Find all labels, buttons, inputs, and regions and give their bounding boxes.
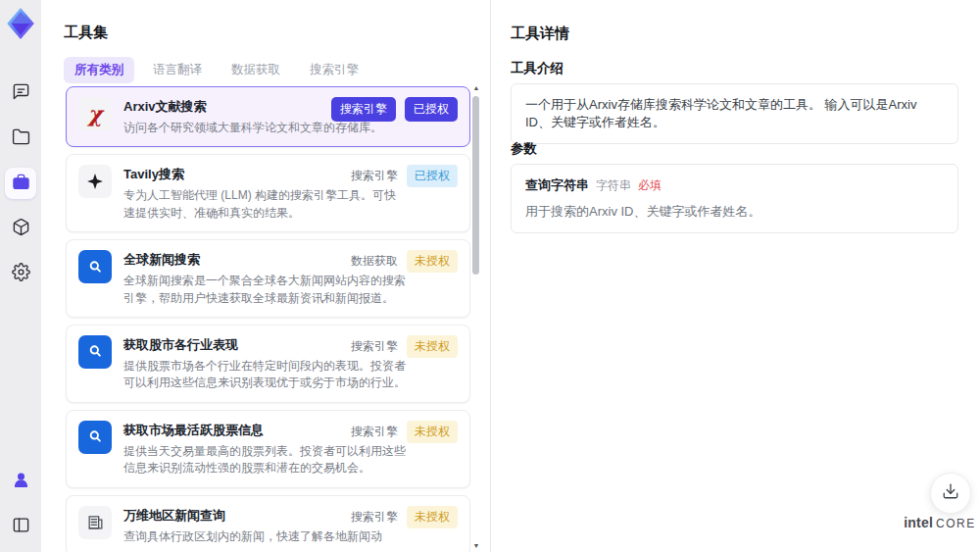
auth-status-badge: 未授权 bbox=[407, 250, 458, 273]
panel-toggle-icon bbox=[12, 516, 30, 538]
tool-list: χ Arxiv文献搜索 访问各个研究领域大量科学论文和文章的存储库。 搜索引擎 … bbox=[66, 86, 470, 552]
category-badge: 搜索引擎 bbox=[331, 97, 396, 122]
parameter-header: 查询字符串 字符串 必填 bbox=[525, 176, 944, 194]
tool-badges: 搜索引擎 未授权 bbox=[351, 421, 458, 443]
tab-search-engine[interactable]: 搜索引擎 bbox=[299, 57, 369, 83]
newspaper-icon bbox=[78, 506, 112, 539]
intro-heading: 工具介绍 bbox=[511, 60, 564, 77]
tool-badges: 搜索引擎 未授权 bbox=[351, 335, 458, 358]
params-heading: 参数 bbox=[511, 140, 537, 158]
briefcase-icon bbox=[12, 173, 30, 195]
tool-card-most-active-stocks[interactable]: 获取市场最活跃股票信息 提供当天交易量最高的股票列表。投资者可以利用这些信息来识… bbox=[66, 410, 470, 488]
tab-language-translation[interactable]: 语言翻译 bbox=[142, 57, 213, 83]
core-wordmark: CORE bbox=[936, 517, 976, 530]
tool-description: 全球新闻搜索是一个聚合全球各大新闻网站内容的搜索引擎，帮助用户快速获取全球最新资… bbox=[123, 273, 406, 307]
folder-icon bbox=[12, 127, 30, 150]
auth-status-badge: 未授权 bbox=[407, 421, 458, 443]
gear-icon bbox=[12, 263, 30, 285]
category-label: 搜索引擎 bbox=[351, 168, 398, 184]
stock-search-icon bbox=[78, 335, 112, 369]
stock-search-icon bbox=[78, 421, 112, 454]
arxiv-icon: χ bbox=[78, 97, 112, 130]
intro-text: 一个用于从Arxiv存储库搜索科学论文和文章的工具。 输入可以是Arxiv ID… bbox=[525, 97, 916, 129]
tool-description: 查询具体行政区划内的新闻，快速了解各地新闻动 bbox=[123, 528, 382, 545]
scroll-up-arrow[interactable]: ▲ bbox=[472, 84, 480, 92]
tool-badges: 搜索引擎 未授权 bbox=[351, 506, 458, 528]
news-search-icon bbox=[78, 250, 112, 283]
download-button[interactable] bbox=[930, 473, 971, 514]
tool-description: 提供股票市场各个行业在特定时间段内的表现。投资者可以利用这些信息来识别表现优于或… bbox=[123, 358, 406, 392]
tool-badges: 数据获取 未授权 bbox=[351, 250, 458, 273]
auth-status-badge: 已授权 bbox=[405, 97, 458, 122]
parameter-name: 查询字符串 bbox=[525, 176, 589, 194]
tool-name: 万维地区新闻查询 bbox=[123, 507, 382, 525]
download-icon bbox=[942, 482, 959, 504]
sidebar-item-packages[interactable] bbox=[5, 213, 36, 244]
user-icon bbox=[12, 471, 30, 493]
tool-card-sector-performance[interactable]: 获取股市各行业表现 提供股票市场各个行业在特定时间段内的表现。投资者可以利用这些… bbox=[66, 325, 470, 403]
cube-icon bbox=[12, 218, 30, 240]
tool-card-arxiv[interactable]: χ Arxiv文献搜索 访问各个研究领域大量科学论文和文章的存储库。 搜索引擎 … bbox=[66, 86, 470, 147]
category-label: 搜索引擎 bbox=[351, 509, 398, 526]
tab-all-categories[interactable]: 所有类别 bbox=[64, 57, 134, 83]
category-label: 数据获取 bbox=[351, 253, 398, 270]
auth-status-badge: 已授权 bbox=[407, 165, 458, 187]
tool-badges: 搜索引擎 已授权 bbox=[351, 165, 458, 187]
sidebar-item-settings[interactable] bbox=[5, 258, 36, 289]
tool-description: 访问各个研究领域大量科学论文和文章的存储库。 bbox=[123, 120, 382, 136]
tavily-star-icon bbox=[78, 165, 112, 198]
tool-card-global-news[interactable]: 全球新闻搜索 全球新闻搜索是一个聚合全球各大新闻网站内容的搜索引擎，帮助用户快速… bbox=[66, 239, 470, 318]
category-label: 搜索引擎 bbox=[351, 424, 398, 440]
left-sidebar bbox=[0, 0, 41, 552]
tab-data-fetch[interactable]: 数据获取 bbox=[220, 57, 291, 83]
parameter-description: 用于搜索的Arxiv ID、关键字或作者姓名。 bbox=[525, 203, 944, 221]
tool-card-regional-news[interactable]: 万维地区新闻查询 查询具体行政区划内的新闻，快速了解各地新闻动 搜索引擎 未授权 bbox=[66, 495, 470, 552]
detail-title: 工具详情 bbox=[511, 25, 569, 43]
app-logo-gem-icon[interactable] bbox=[4, 7, 37, 40]
parameter-type: 字符串 bbox=[596, 177, 631, 194]
sidebar-item-collapse-panel[interactable] bbox=[5, 511, 36, 542]
parameter-required-badge: 必填 bbox=[638, 177, 662, 194]
auth-status-badge: 未授权 bbox=[407, 506, 458, 528]
chat-icon bbox=[12, 82, 30, 105]
scroll-down-arrow[interactable]: ▼ bbox=[472, 542, 480, 550]
tool-badges: 搜索引擎 已授权 bbox=[331, 97, 458, 122]
scrollbar-thumb[interactable] bbox=[472, 96, 479, 275]
tool-description: 专为人工智能代理 (LLM) 构建的搜索引擎工具。可快速提供实时、准确和真实的结… bbox=[123, 187, 406, 222]
sidebar-item-account[interactable] bbox=[5, 466, 36, 497]
category-tabs: 所有类别 语言翻译 数据获取 搜索引擎 bbox=[64, 57, 369, 83]
parameter-card: 查询字符串 字符串 必填 用于搜索的Arxiv ID、关键字或作者姓名。 bbox=[511, 164, 958, 233]
sidebar-item-tools[interactable] bbox=[5, 168, 36, 199]
tool-detail-panel: 工具详情 工具介绍 一个用于从Arxiv存储库搜索科学论文和文章的工具。 输入可… bbox=[490, 0, 980, 552]
page-title: 工具集 bbox=[64, 24, 108, 42]
category-label: 搜索引擎 bbox=[351, 338, 398, 355]
sidebar-item-chat[interactable] bbox=[5, 77, 36, 109]
tool-info: 万维地区新闻查询 查询具体行政区划内的新闻，快速了解各地新闻动 bbox=[123, 506, 382, 545]
tool-description: 提供当天交易量最高的股票列表。投资者可以利用这些信息来识别流动性强的股票和潜在的… bbox=[123, 443, 406, 477]
intel-wordmark: intel bbox=[904, 515, 933, 530]
sidebar-item-files[interactable] bbox=[5, 123, 36, 154]
intel-core-logo: intelCORE bbox=[902, 514, 978, 531]
toolset-panel: 工具集 所有类别 语言翻译 数据获取 搜索引擎 χ Arxiv文献搜索 访问各个… bbox=[41, 0, 490, 552]
intro-card: 一个用于从Arxiv存储库搜索科学论文和文章的工具。 输入可以是Arxiv ID… bbox=[511, 83, 958, 144]
list-scrollbar[interactable]: ▲ ▼ bbox=[471, 84, 481, 552]
auth-status-badge: 未授权 bbox=[407, 335, 458, 358]
tool-card-tavily[interactable]: Tavily搜索 专为人工智能代理 (LLM) 构建的搜索引擎工具。可快速提供实… bbox=[66, 154, 470, 232]
